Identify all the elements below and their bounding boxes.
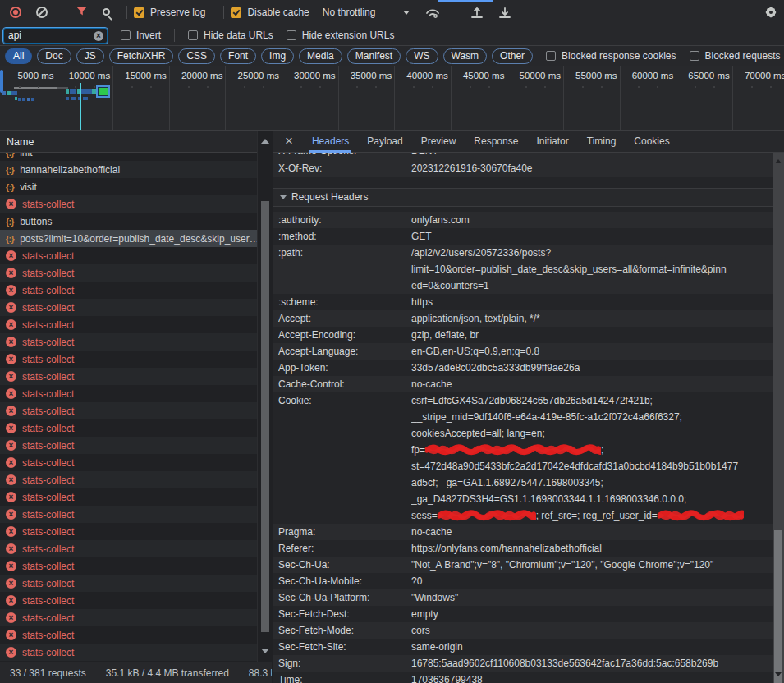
scrollbar-thumb[interactable] <box>774 530 782 683</box>
request-row[interactable]: ×stats-collect <box>0 437 257 454</box>
request-row[interactable]: ×stats-collect <box>0 575 257 592</box>
request-row[interactable]: ×stats-collect <box>0 316 257 333</box>
request-row[interactable]: ×stats-collect <box>0 557 257 575</box>
request-row[interactable]: {:}hannahelizabethofficial <box>0 161 257 178</box>
request-row[interactable]: {:}init <box>0 153 257 161</box>
redaction-scribble <box>438 510 536 521</box>
request-row[interactable]: {:}buttons <box>0 213 257 230</box>
scrollbar-thumb[interactable] <box>261 201 269 632</box>
redaction-scribble <box>425 444 601 456</box>
timeline-dot <box>375 86 377 88</box>
type-filter-media[interactable]: Media <box>299 48 342 64</box>
request-row[interactable]: ×stats-collect <box>0 523 257 540</box>
tab-timing[interactable]: Timing <box>578 131 626 153</box>
preserve-log-checkbox[interactable] <box>134 7 144 18</box>
waterfall-overview[interactable]: 5000 ms10000 ms15000 ms20000 ms25000 ms3… <box>0 66 784 131</box>
type-filter-js[interactable]: JS <box>76 48 104 64</box>
scroll-up-icon[interactable] <box>775 159 782 163</box>
request-row[interactable]: ×stats-collect <box>0 540 257 557</box>
header-value: GET <box>411 228 773 245</box>
request-headers-section-header[interactable]: Request Headers <box>273 188 773 207</box>
request-row[interactable]: ×stats-collect <box>0 333 257 351</box>
disable-cache-label[interactable]: Disable cache <box>247 7 309 18</box>
disable-cache-checkbox[interactable] <box>231 7 241 18</box>
request-row[interactable]: ×stats-collect <box>0 471 257 488</box>
request-row[interactable]: ×stats-collect <box>0 299 257 316</box>
scroll-up-icon[interactable] <box>261 139 269 144</box>
header-value-line: fp=; <box>411 442 773 458</box>
tab-preview[interactable]: Preview <box>412 131 465 153</box>
type-filter-ws[interactable]: WS <box>406 48 438 64</box>
tab-cookies[interactable]: Cookies <box>625 131 678 153</box>
request-row[interactable]: ×stats-collect <box>0 385 257 402</box>
hide-data-urls-checkbox[interactable] <box>188 30 198 40</box>
type-filter-other[interactable]: Other <box>492 48 533 64</box>
type-filter-font[interactable]: Font <box>220 48 256 64</box>
invert-checkbox[interactable] <box>121 30 131 40</box>
request-row[interactable]: ×stats-collect <box>0 419 257 437</box>
clear-icon[interactable] <box>36 7 48 18</box>
header-key: Pragma: <box>278 524 411 540</box>
hide-extension-urls-label[interactable]: Hide extension URLs <box>302 30 395 41</box>
request-row[interactable]: ×stats-collect <box>0 506 257 523</box>
request-row[interactable]: ×stats-collect <box>0 368 257 385</box>
scroll-down-icon[interactable] <box>261 649 269 653</box>
type-filter-all[interactable]: All <box>5 48 32 64</box>
tab-initiator[interactable]: Initiator <box>527 131 577 153</box>
import-har-icon[interactable] <box>470 7 484 19</box>
hide-data-urls-label[interactable]: Hide data URLs <box>204 30 273 41</box>
type-filter-img[interactable]: Img <box>261 48 294 64</box>
network-conditions-icon[interactable] <box>425 7 442 19</box>
header-key: :authority: <box>278 212 411 228</box>
tab-payload[interactable]: Payload <box>358 131 411 153</box>
request-row[interactable]: ×stats-collect <box>0 282 257 299</box>
checkbox-label[interactable]: Blocked response cookies <box>562 50 676 62</box>
request-row[interactable]: ×stats-collect <box>0 626 257 644</box>
error-icon: × <box>6 630 16 640</box>
request-row[interactable]: {:}posts?limit=10&order=publish_date_des… <box>0 230 257 247</box>
search-icon[interactable] <box>103 8 110 16</box>
type-filter-css[interactable]: CSS <box>178 48 215 64</box>
scroll-down-icon[interactable] <box>775 672 782 676</box>
filter-text-field[interactable] <box>4 30 86 41</box>
request-row[interactable]: ×stats-collect <box>0 195 257 213</box>
request-row[interactable]: ×stats-collect <box>0 454 257 471</box>
request-row[interactable]: ×stats-collect <box>0 609 257 626</box>
request-name: stats-collect <box>22 319 74 331</box>
blocked-response-cookies-checkbox[interactable] <box>546 51 556 61</box>
record-icon[interactable] <box>10 7 21 18</box>
details-scrollbar[interactable] <box>773 153 784 683</box>
tab-headers[interactable]: Headers <box>303 131 358 153</box>
name-column-header[interactable]: Name <box>0 131 257 153</box>
close-icon[interactable]: × <box>273 131 303 153</box>
request-row[interactable]: ×stats-collect <box>0 402 257 419</box>
invert-label[interactable]: Invert <box>136 30 161 41</box>
export-har-icon[interactable] <box>498 7 511 19</box>
chevron-down-icon[interactable] <box>403 11 410 15</box>
header-row: Sec-Fetch-Mode:cors <box>273 622 773 639</box>
tab-response[interactable]: Response <box>465 131 527 153</box>
type-filter-doc[interactable]: Doc <box>37 48 71 64</box>
preserve-log-label[interactable]: Preserve log <box>150 7 205 18</box>
request-row[interactable]: {:}visit <box>0 178 257 195</box>
request-list-scrollbar[interactable] <box>257 131 272 662</box>
request-row[interactable]: ×stats-collect <box>0 247 257 264</box>
filter-funnel-icon[interactable] <box>76 7 87 18</box>
hide-extension-urls-checkbox[interactable] <box>287 30 296 40</box>
settings-gear-icon[interactable] <box>764 6 777 19</box>
error-icon: × <box>6 337 16 347</box>
request-row[interactable]: ×stats-collect <box>0 644 257 661</box>
type-filter-fetch-xhr[interactable]: Fetch/XHR <box>109 48 174 64</box>
checkbox-label[interactable]: Blocked requests <box>705 50 781 62</box>
blocked-requests-checkbox[interactable] <box>690 51 699 61</box>
request-row[interactable]: ×stats-collect <box>0 264 257 282</box>
throttling-select[interactable]: No throttling <box>323 7 376 18</box>
request-row[interactable]: ×stats-collect <box>0 488 257 506</box>
filter-input[interactable]: × <box>3 28 108 44</box>
request-row[interactable]: ×stats-collect <box>0 351 257 368</box>
error-icon: × <box>6 595 16 606</box>
request-row[interactable]: ×stats-collect <box>0 592 257 609</box>
type-filter-wasm[interactable]: Wasm <box>443 48 488 64</box>
type-filter-manifest[interactable]: Manifest <box>347 48 401 64</box>
clear-filter-icon[interactable]: × <box>94 31 103 41</box>
